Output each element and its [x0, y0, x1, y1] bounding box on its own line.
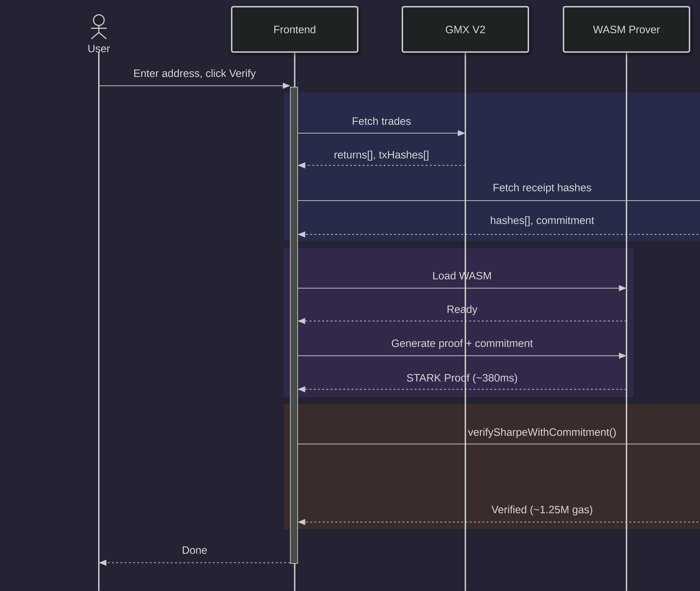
message-label-load-wasm: Load WASM	[432, 270, 492, 281]
message-arrowhead-enter-address	[283, 83, 290, 89]
message-label-fetch-receipt-hashes: Fetch receipt hashes	[493, 182, 592, 193]
activation-bar-frontend	[290, 87, 298, 564]
message-label-verified: Verified (~1.25M gas)	[491, 504, 593, 516]
message-label-enter-address: Enter address, click Verify	[133, 67, 256, 79]
message-label-ready: Ready	[447, 303, 477, 315]
actor-user-icon	[91, 15, 107, 39]
participant-label-gmx-v2: GMX V2	[445, 23, 485, 36]
message-label-returns-txhashes: returns[], txHashes[]	[334, 149, 429, 160]
sequence-diagram-canvas: Enter address, click VerifyFetch tradesr…	[0, 0, 700, 591]
participant-label-frontend: Frontend	[274, 23, 316, 36]
participant-label-wasm-prover: WASM Prover	[593, 23, 660, 36]
message-label-fetch-trades: Fetch trades	[352, 115, 411, 127]
message-arrowhead-done	[99, 560, 106, 566]
sequence-diagram: Enter address, click VerifyFetch tradesr…	[0, 0, 700, 591]
message-label-generate-proof: Generate proof + commitment	[391, 337, 533, 349]
actor-user-icon-part	[91, 32, 99, 39]
message-label-hashes-commitment: hashes[], commitment	[490, 214, 594, 226]
message-label-done: Done	[182, 544, 207, 556]
actor-user-icon-part	[99, 32, 106, 39]
actor-user-icon-part	[94, 15, 104, 25]
participant-label-user: User	[88, 43, 110, 54]
message-label-stark-proof: STARK Proof (~380ms)	[406, 372, 518, 384]
message-label-verify-sharpe: verifySharpeWithCommitment()	[468, 426, 617, 438]
